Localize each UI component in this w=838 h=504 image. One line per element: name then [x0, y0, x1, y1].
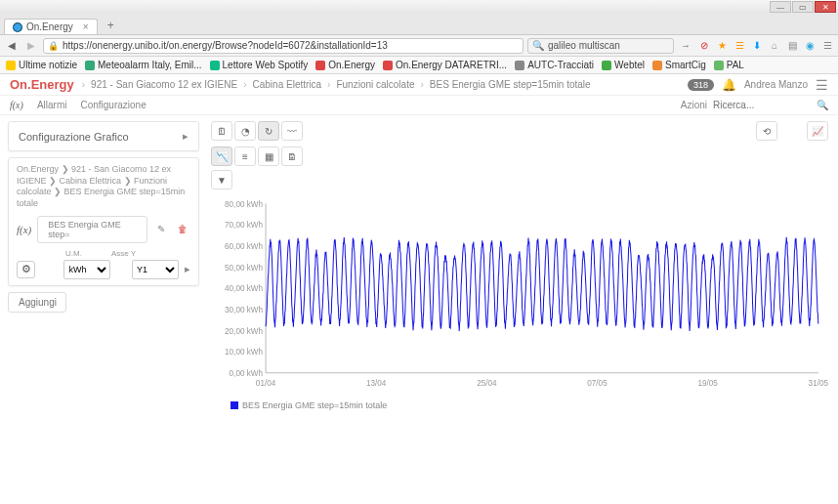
bookmark-item[interactable]: Webtel — [602, 60, 645, 70]
chevron-right-icon: › — [82, 79, 85, 90]
add-button[interactable]: Aggiungi — [8, 292, 66, 313]
svg-text:07/05: 07/05 — [587, 379, 608, 388]
nav-back-button[interactable]: ◀ — [4, 38, 20, 54]
sub-header: f(x) Allarmi Configurazione Azioni 🔍 — [0, 96, 838, 115]
search-icon[interactable]: 🔍 — [817, 100, 828, 110]
breadcrumb-item[interactable]: 921 - San Giacomo 12 ex IGIENE — [91, 79, 237, 90]
window-minimize-button[interactable]: — — [770, 1, 791, 13]
view-bars-button[interactable]: ≡ — [234, 147, 256, 166]
ext-icon[interactable]: ★ — [715, 39, 729, 53]
series-name-field[interactable]: BES Energia GME step= — [37, 216, 147, 243]
range-edit-button[interactable]: 〰 — [281, 121, 303, 141]
svg-text:50,00 kWh: 50,00 kWh — [225, 264, 263, 273]
ext-icon[interactable]: ☰ — [820, 39, 834, 53]
bookmark-item[interactable]: On.Energy DATARETRI... — [383, 60, 507, 70]
clock-button[interactable]: ◔ — [234, 121, 256, 141]
bookmark-item[interactable]: On.Energy — [315, 60, 375, 70]
trend-button[interactable]: 📈 — [807, 121, 828, 141]
um-header: U.M. — [65, 249, 82, 258]
bookmark-icon — [383, 61, 393, 70]
bell-icon[interactable]: 🔔 — [722, 78, 736, 92]
breadcrumb-item[interactable]: Funzioni calcolate — [336, 79, 414, 90]
address-bar[interactable]: 🔒 https://onenergy.unibo.it/on.energy/Br… — [43, 38, 524, 54]
filter-button[interactable]: ▼ — [211, 170, 232, 189]
calendar-button[interactable]: 🗓 — [211, 121, 232, 141]
subtab-allarmi[interactable]: Allarmi — [37, 100, 67, 110]
legend-label: BES Energia GME step=15min totale — [242, 400, 387, 410]
bookmark-item[interactable]: PAL — [714, 60, 744, 70]
svg-text:80,00 kWh: 80,00 kWh — [225, 200, 263, 209]
breadcrumb-item[interactable]: BES Energia GME step=15min totale — [430, 79, 591, 90]
ext-icon[interactable]: ▤ — [785, 39, 799, 53]
chevron-right-icon: › — [421, 79, 424, 90]
breadcrumb-item[interactable]: Cabina Elettrica — [253, 79, 322, 90]
svg-text:20,00 kWh: 20,00 kWh — [225, 326, 263, 335]
search-input[interactable] — [713, 99, 811, 112]
ext-icon[interactable]: ☰ — [733, 39, 746, 53]
new-tab-button[interactable]: + — [102, 17, 120, 34]
subtab-configurazione[interactable]: Configurazione — [80, 100, 146, 110]
legend-swatch — [230, 401, 238, 409]
tab-close-icon[interactable]: × — [83, 21, 89, 32]
view-export-button[interactable]: 🗎 — [281, 147, 303, 166]
breadcrumb: › 921 - San Giacomo 12 ex IGIENE › Cabin… — [82, 79, 591, 90]
bookmark-item[interactable]: Ultime notizie — [6, 60, 77, 70]
sidebar: Configurazione Grafico ▸ On.Energy ❯ 921… — [0, 115, 205, 504]
user-name[interactable]: Andrea Manzo — [744, 79, 808, 90]
tab-title: On.Energy — [26, 21, 73, 32]
nav-forward-button[interactable]: ▶ — [23, 38, 39, 54]
fx-icon: f(x) — [17, 224, 31, 235]
browser-tab-active[interactable]: On.Energy × — [4, 19, 98, 34]
ext-icon[interactable]: ◉ — [803, 39, 817, 53]
app-logo[interactable]: On.Energy — [10, 77, 74, 92]
svg-text:13/04: 13/04 — [366, 379, 387, 388]
panel-config-title[interactable]: Configurazione Grafico ▸ — [8, 121, 199, 151]
browser-search-field[interactable]: 🔍 galileo multiscan — [527, 38, 674, 54]
bookmark-icon — [6, 61, 16, 70]
edit-icon[interactable]: ✎ — [153, 224, 169, 234]
delete-icon[interactable]: 🗑 — [175, 224, 190, 234]
nav-go-button[interactable]: → — [678, 38, 693, 54]
ext-icon[interactable]: ⊘ — [697, 39, 711, 53]
chevron-right-icon[interactable]: ▸ — [185, 263, 190, 275]
ext-icon[interactable]: ⌂ — [768, 39, 781, 53]
bookmark-icon — [714, 61, 724, 70]
search-engine-icon: 🔍 — [532, 40, 544, 51]
window-titlebar: — ▭ ✕ — [0, 0, 838, 14]
browser-tabstrip: On.Energy × + — [0, 14, 838, 35]
actions-label[interactable]: Azioni — [681, 100, 707, 110]
view-grid-button[interactable]: ▦ — [258, 147, 279, 166]
notifications-badge[interactable]: 318 — [688, 79, 714, 91]
chart-svg: 0,00 kWh10,00 kWh20,00 kWh30,00 kWh40,00… — [211, 193, 828, 399]
window-close-button[interactable]: ✕ — [815, 1, 836, 13]
bookmark-item[interactable]: SmartCig — [652, 60, 706, 70]
window-maximize-button[interactable]: ▭ — [792, 1, 814, 13]
chevron-right-icon: ▸ — [183, 130, 189, 143]
svg-text:01/04: 01/04 — [256, 379, 276, 388]
hamburger-menu-icon[interactable]: ☰ — [816, 77, 828, 93]
chart-plot[interactable]: 0,00 kWh10,00 kWh20,00 kWh30,00 kWh40,00… — [211, 193, 828, 399]
bookmark-item[interactable]: Lettore Web Spotify — [210, 60, 309, 70]
axis-select[interactable]: Y1 — [132, 260, 179, 279]
unit-select[interactable]: kWh — [63, 260, 110, 279]
svg-text:40,00 kWh: 40,00 kWh — [225, 284, 263, 293]
svg-text:0,00 kWh: 0,00 kWh — [230, 369, 264, 378]
chevron-right-icon: › — [327, 79, 330, 90]
main-content: Configurazione Grafico ▸ On.Energy ❯ 921… — [0, 115, 838, 504]
url-text: https://onenergy.unibo.it/on.energy/Brow… — [63, 40, 388, 51]
reload-button[interactable]: ⟲ — [756, 121, 777, 141]
refresh-mode-button[interactable]: ↻ — [258, 121, 279, 141]
panel-series-config: On.Energy ❯ 921 - San Giacomo 12 ex IGIE… — [8, 157, 199, 286]
browser-extensions: ⊘ ★ ☰ ⬇ ⌂ ▤ ◉ ☰ — [697, 39, 834, 53]
bookmark-item[interactable]: AUTC-Tracciati — [515, 60, 594, 70]
chart-area: 🗓 ◔ ↻ 〰 ⟲ 📈 📉 ≡ ▦ 🗎 ▼ 0,00 kWh10,00 kWh2… — [205, 115, 838, 504]
chart-filter-toolbar: ▼ — [211, 170, 828, 189]
bookmark-item[interactable]: Meteoalarm Italy, Emil... — [85, 60, 202, 70]
ext-icon[interactable]: ⬇ — [750, 39, 764, 53]
chart-view-toolbar: 📉 ≡ ▦ 🗎 — [211, 147, 828, 166]
svg-text:19/05: 19/05 — [697, 379, 718, 388]
bookmark-icon — [85, 61, 95, 70]
settings-icon[interactable]: ⚙ — [17, 261, 35, 278]
browser-toolbar: ◀ ▶ 🔒 https://onenergy.unibo.it/on.energ… — [0, 35, 838, 57]
view-line-button[interactable]: 📉 — [211, 147, 232, 166]
